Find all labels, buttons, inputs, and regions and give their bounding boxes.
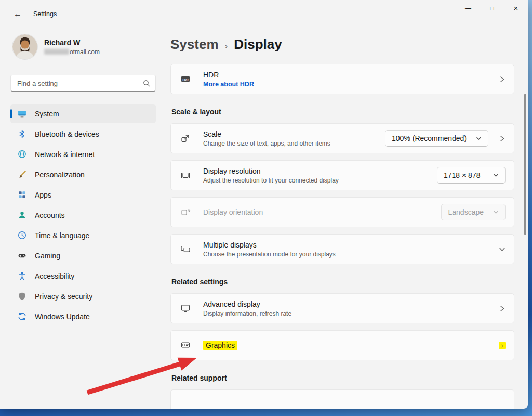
advanced-display-card[interactable]: Advanced display Display information, re… bbox=[170, 293, 514, 323]
scale-subtitle: Change the size of text, apps, and other… bbox=[203, 140, 385, 147]
sidebar-item-privacy-security[interactable]: Privacy & security bbox=[10, 287, 156, 306]
sidebar-item-label: Accounts bbox=[35, 211, 65, 219]
back-button[interactable]: ← bbox=[9, 7, 26, 21]
sidebar-item-accessibility[interactable]: Accessibility bbox=[10, 266, 156, 285]
search-icon bbox=[143, 80, 150, 87]
hdr-icon: HDR bbox=[180, 73, 192, 85]
svg-text:HDR: HDR bbox=[182, 78, 188, 81]
sidebar-item-windows-update[interactable]: Windows Update bbox=[10, 307, 156, 326]
gamepad-icon bbox=[18, 251, 26, 260]
person-icon bbox=[18, 211, 26, 219]
sidebar-item-label: Windows Update bbox=[35, 313, 90, 321]
titlebar[interactable]: ← Settings — □ × bbox=[0, 0, 528, 25]
resolution-subtitle: Adjust the resolution to fit your connec… bbox=[203, 177, 437, 184]
chevron-right-icon[interactable] bbox=[499, 135, 506, 142]
avatar bbox=[12, 34, 37, 59]
orientation-dropdown: Landscape bbox=[441, 204, 506, 220]
sidebar-item-label: Apps bbox=[35, 191, 51, 199]
resolution-icon bbox=[180, 170, 192, 181]
breadcrumb-system[interactable]: System bbox=[170, 36, 219, 53]
scale-dropdown-value: 100% (Recommended) bbox=[392, 134, 467, 142]
section-related-support: Related support bbox=[171, 374, 513, 382]
resolution-title: Display resolution bbox=[203, 167, 437, 175]
sidebar-item-label: Network & internet bbox=[35, 150, 95, 159]
bluetooth-icon bbox=[18, 129, 26, 138]
chevron-down-icon[interactable] bbox=[499, 246, 506, 253]
sidebar: Richard W otmail.com System Bluet bbox=[0, 25, 166, 409]
apps-grid-icon bbox=[18, 190, 26, 199]
scale-title: Scale bbox=[203, 130, 385, 138]
sidebar-item-accounts[interactable]: Accounts bbox=[10, 205, 156, 225]
scale-icon bbox=[180, 133, 192, 144]
settings-window: ← Settings — □ × Richard W otmail.com bbox=[0, 0, 528, 409]
sidebar-item-bluetooth-devices[interactable]: Bluetooth & devices bbox=[10, 124, 156, 144]
minimize-button[interactable]: — bbox=[456, 0, 480, 16]
user-email: otmail.com bbox=[44, 48, 100, 56]
sidebar-item-label: Gaming bbox=[35, 252, 60, 260]
user-profile[interactable]: Richard W otmail.com bbox=[10, 30, 156, 63]
resolution-dropdown-value: 1718 × 878 bbox=[444, 171, 480, 179]
sidebar-item-label: System bbox=[35, 110, 59, 118]
multiple-displays-icon bbox=[180, 243, 192, 255]
page-title: Display bbox=[234, 36, 282, 53]
graphics-card[interactable]: Graphics bbox=[170, 330, 514, 360]
sidebar-item-label: Time & language bbox=[35, 231, 89, 240]
accessibility-person-icon bbox=[18, 271, 26, 280]
partial-card[interactable] bbox=[170, 389, 514, 409]
orientation-title: Display orientation bbox=[203, 208, 441, 216]
multiple-displays-card[interactable]: Multiple displays Choose the presentatio… bbox=[170, 234, 514, 264]
shield-icon bbox=[18, 292, 26, 301]
sidebar-item-personalization[interactable]: Personalization bbox=[10, 165, 156, 184]
display-resolution-card[interactable]: Display resolution Adjust the resolution… bbox=[170, 160, 514, 190]
sidebar-item-gaming[interactable]: Gaming bbox=[10, 246, 156, 265]
multiple-displays-title: Multiple displays bbox=[203, 241, 488, 249]
breadcrumb-separator-icon: › bbox=[225, 41, 228, 51]
graphics-icon bbox=[180, 340, 192, 351]
clock-icon bbox=[18, 231, 26, 240]
graphics-title-highlighted: Graphics bbox=[203, 341, 237, 350]
section-scale-layout: Scale & layout bbox=[171, 108, 513, 116]
window-title: Settings bbox=[33, 10, 57, 18]
update-arrows-icon bbox=[18, 312, 26, 321]
sidebar-item-network-internet[interactable]: Network & internet bbox=[10, 145, 156, 164]
brush-icon bbox=[18, 170, 26, 179]
hdr-more-link[interactable]: More about HDR bbox=[203, 81, 488, 88]
search-box[interactable] bbox=[10, 75, 156, 92]
chevron-right-icon-highlighted[interactable] bbox=[499, 342, 506, 349]
section-related-settings: Related settings bbox=[171, 278, 513, 286]
chevron-right-icon[interactable] bbox=[499, 76, 506, 83]
multiple-displays-subtitle: Choose the presentation mode for your di… bbox=[203, 251, 488, 258]
sidebar-item-label: Bluetooth & devices bbox=[35, 130, 99, 138]
orientation-dropdown-value: Landscape bbox=[448, 208, 484, 216]
sidebar-item-label: Accessibility bbox=[35, 272, 74, 280]
maximize-button[interactable]: □ bbox=[480, 0, 504, 16]
resolution-dropdown[interactable]: 1718 × 878 bbox=[437, 167, 506, 184]
main-content: System › Display HDR HDR More about HDR … bbox=[166, 25, 528, 409]
scrollbar[interactable] bbox=[524, 94, 526, 235]
selected-indicator bbox=[10, 109, 12, 118]
advanced-display-icon bbox=[180, 303, 192, 314]
system-icon bbox=[18, 109, 26, 118]
display-orientation-card: Display orientation Landscape bbox=[170, 197, 514, 227]
sidebar-nav: System Bluetooth & devices Network & int… bbox=[10, 104, 156, 326]
sidebar-item-system[interactable]: System bbox=[10, 104, 156, 123]
user-name: Richard W bbox=[44, 38, 100, 47]
sidebar-item-label: Personalization bbox=[35, 171, 85, 179]
advanced-display-title: Advanced display bbox=[203, 300, 488, 308]
chevron-right-icon[interactable] bbox=[499, 305, 506, 312]
hdr-title: HDR bbox=[203, 71, 488, 79]
hdr-card[interactable]: HDR HDR More about HDR bbox=[170, 64, 514, 94]
scale-dropdown[interactable]: 100% (Recommended) bbox=[385, 130, 488, 147]
sidebar-item-apps[interactable]: Apps bbox=[10, 185, 156, 204]
email-visible: otmail.com bbox=[70, 48, 100, 56]
search-input[interactable] bbox=[17, 80, 143, 87]
advanced-display-subtitle: Display information, refresh rate bbox=[203, 310, 488, 317]
close-button[interactable]: × bbox=[504, 0, 528, 16]
globe-icon bbox=[18, 150, 26, 159]
breadcrumb: System › Display bbox=[170, 36, 514, 53]
orientation-icon bbox=[180, 206, 192, 218]
sidebar-item-time-language[interactable]: Time & language bbox=[10, 226, 156, 245]
email-redacted bbox=[44, 49, 69, 55]
scale-card[interactable]: Scale Change the size of text, apps, and… bbox=[170, 123, 514, 153]
sidebar-item-label: Privacy & security bbox=[35, 292, 92, 301]
